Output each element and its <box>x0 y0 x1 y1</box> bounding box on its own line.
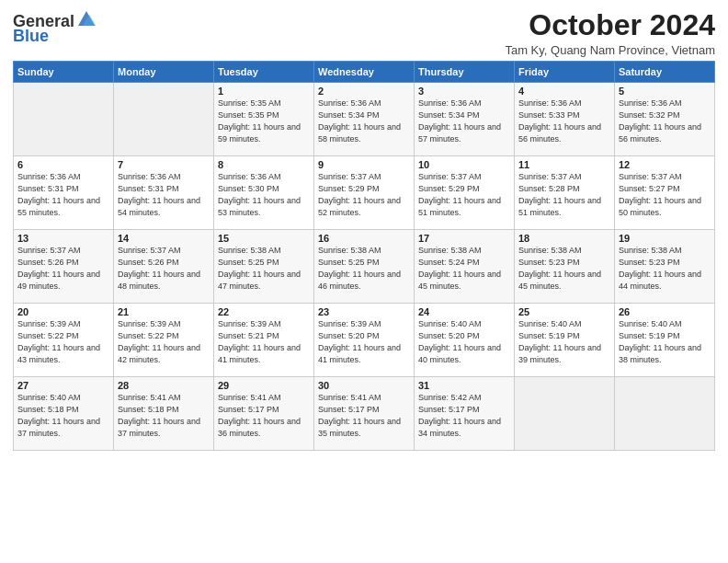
day-number: 17 <box>418 233 510 244</box>
day-number: 19 <box>619 233 711 244</box>
day-detail: Sunrise: 5:39 AM Sunset: 5:21 PM Dayligh… <box>218 318 310 366</box>
calendar-cell <box>114 83 214 156</box>
day-detail: Sunrise: 5:37 AM Sunset: 5:26 PM Dayligh… <box>118 245 210 293</box>
header-tuesday: Tuesday <box>214 62 314 83</box>
day-detail: Sunrise: 5:42 AM Sunset: 5:17 PM Dayligh… <box>418 392 510 440</box>
calendar-cell: 13Sunrise: 5:37 AM Sunset: 5:26 PM Dayli… <box>14 230 114 304</box>
calendar-cell: 11Sunrise: 5:37 AM Sunset: 5:28 PM Dayli… <box>515 156 615 230</box>
calendar-cell: 12Sunrise: 5:37 AM Sunset: 5:27 PM Dayli… <box>615 156 715 230</box>
day-number: 5 <box>619 86 711 97</box>
calendar-cell: 31Sunrise: 5:42 AM Sunset: 5:17 PM Dayli… <box>415 377 515 451</box>
calendar-cell <box>515 377 615 451</box>
day-number: 31 <box>418 380 510 391</box>
logo: General Blue <box>13 13 97 44</box>
day-detail: Sunrise: 5:36 AM Sunset: 5:33 PM Dayligh… <box>518 98 610 145</box>
day-number: 1 <box>218 86 310 97</box>
day-detail: Sunrise: 5:39 AM Sunset: 5:22 PM Dayligh… <box>17 318 109 366</box>
day-number: 25 <box>518 306 610 317</box>
day-detail: Sunrise: 5:36 AM Sunset: 5:31 PM Dayligh… <box>17 171 109 219</box>
day-detail: Sunrise: 5:36 AM Sunset: 5:30 PM Dayligh… <box>218 171 310 219</box>
day-detail: Sunrise: 5:40 AM Sunset: 5:19 PM Dayligh… <box>619 318 711 366</box>
header-row: SundayMondayTuesdayWednesdayThursdayFrid… <box>14 62 715 83</box>
calendar-table: SundayMondayTuesdayWednesdayThursdayFrid… <box>13 61 715 451</box>
calendar-cell: 21Sunrise: 5:39 AM Sunset: 5:22 PM Dayli… <box>114 304 214 377</box>
day-detail: Sunrise: 5:41 AM Sunset: 5:17 PM Dayligh… <box>218 392 310 440</box>
day-number: 23 <box>318 306 410 317</box>
day-number: 14 <box>118 233 210 244</box>
calendar-cell: 3Sunrise: 5:36 AM Sunset: 5:34 PM Daylig… <box>415 83 515 156</box>
day-detail: Sunrise: 5:37 AM Sunset: 5:26 PM Dayligh… <box>17 245 109 293</box>
calendar-cell: 18Sunrise: 5:38 AM Sunset: 5:23 PM Dayli… <box>515 230 615 304</box>
day-detail: Sunrise: 5:36 AM Sunset: 5:34 PM Dayligh… <box>318 98 410 145</box>
month-title: October 2024 <box>505 9 715 41</box>
day-number: 18 <box>518 233 610 244</box>
day-number: 20 <box>17 306 109 317</box>
calendar-cell <box>14 83 114 156</box>
day-number: 10 <box>418 159 510 170</box>
day-number: 21 <box>118 306 210 317</box>
calendar-cell: 24Sunrise: 5:40 AM Sunset: 5:20 PM Dayli… <box>415 304 515 377</box>
header-thursday: Thursday <box>415 62 515 83</box>
day-detail: Sunrise: 5:41 AM Sunset: 5:18 PM Dayligh… <box>118 392 210 440</box>
day-number: 16 <box>318 233 410 244</box>
day-detail: Sunrise: 5:37 AM Sunset: 5:27 PM Dayligh… <box>619 171 711 219</box>
week-row-0: 1Sunrise: 5:35 AM Sunset: 5:35 PM Daylig… <box>14 83 715 156</box>
day-detail: Sunrise: 5:37 AM Sunset: 5:29 PM Dayligh… <box>318 171 410 219</box>
calendar-cell: 26Sunrise: 5:40 AM Sunset: 5:19 PM Dayli… <box>615 304 715 377</box>
calendar-cell: 4Sunrise: 5:36 AM Sunset: 5:33 PM Daylig… <box>515 83 615 156</box>
location: Tam Ky, Quang Nam Province, Vietnam <box>505 43 715 57</box>
calendar-cell: 25Sunrise: 5:40 AM Sunset: 5:19 PM Dayli… <box>515 304 615 377</box>
logo-blue: Blue <box>13 28 49 44</box>
day-detail: Sunrise: 5:37 AM Sunset: 5:29 PM Dayligh… <box>418 171 510 219</box>
day-number: 11 <box>518 159 610 170</box>
day-detail: Sunrise: 5:40 AM Sunset: 5:18 PM Dayligh… <box>17 392 109 440</box>
calendar-cell: 15Sunrise: 5:38 AM Sunset: 5:25 PM Dayli… <box>214 230 314 304</box>
day-number: 29 <box>218 380 310 391</box>
day-detail: Sunrise: 5:36 AM Sunset: 5:34 PM Dayligh… <box>418 98 510 145</box>
day-number: 24 <box>418 306 510 317</box>
day-number: 2 <box>318 86 410 97</box>
week-row-3: 20Sunrise: 5:39 AM Sunset: 5:22 PM Dayli… <box>14 304 715 377</box>
logo-icon <box>76 9 97 29</box>
day-detail: Sunrise: 5:38 AM Sunset: 5:25 PM Dayligh… <box>218 245 310 293</box>
week-row-1: 6Sunrise: 5:36 AM Sunset: 5:31 PM Daylig… <box>14 156 715 230</box>
day-number: 15 <box>218 233 310 244</box>
calendar-cell: 20Sunrise: 5:39 AM Sunset: 5:22 PM Dayli… <box>14 304 114 377</box>
day-number: 12 <box>619 159 711 170</box>
calendar-cell: 17Sunrise: 5:38 AM Sunset: 5:24 PM Dayli… <box>415 230 515 304</box>
week-row-2: 13Sunrise: 5:37 AM Sunset: 5:26 PM Dayli… <box>14 230 715 304</box>
day-number: 13 <box>17 233 109 244</box>
calendar-cell: 7Sunrise: 5:36 AM Sunset: 5:31 PM Daylig… <box>114 156 214 230</box>
day-number: 6 <box>17 159 109 170</box>
day-detail: Sunrise: 5:40 AM Sunset: 5:19 PM Dayligh… <box>518 318 610 366</box>
calendar-cell: 5Sunrise: 5:36 AM Sunset: 5:32 PM Daylig… <box>615 83 715 156</box>
header-saturday: Saturday <box>615 62 715 83</box>
day-detail: Sunrise: 5:37 AM Sunset: 5:28 PM Dayligh… <box>518 171 610 219</box>
calendar-cell <box>615 377 715 451</box>
header: General Blue October 2024 Tam Ky, Quang … <box>13 9 715 57</box>
calendar-cell: 19Sunrise: 5:38 AM Sunset: 5:23 PM Dayli… <box>615 230 715 304</box>
header-friday: Friday <box>515 62 615 83</box>
calendar-cell: 10Sunrise: 5:37 AM Sunset: 5:29 PM Dayli… <box>415 156 515 230</box>
page: General Blue October 2024 Tam Ky, Quang … <box>0 0 728 563</box>
day-detail: Sunrise: 5:38 AM Sunset: 5:23 PM Dayligh… <box>518 245 610 293</box>
day-detail: Sunrise: 5:36 AM Sunset: 5:31 PM Dayligh… <box>118 171 210 219</box>
day-number: 22 <box>218 306 310 317</box>
title-block: October 2024 Tam Ky, Quang Nam Province,… <box>505 9 715 57</box>
day-detail: Sunrise: 5:35 AM Sunset: 5:35 PM Dayligh… <box>218 98 310 145</box>
day-number: 30 <box>318 380 410 391</box>
day-detail: Sunrise: 5:38 AM Sunset: 5:24 PM Dayligh… <box>418 245 510 293</box>
header-monday: Monday <box>114 62 214 83</box>
day-number: 3 <box>418 86 510 97</box>
calendar-cell: 6Sunrise: 5:36 AM Sunset: 5:31 PM Daylig… <box>14 156 114 230</box>
day-detail: Sunrise: 5:41 AM Sunset: 5:17 PM Dayligh… <box>318 392 410 440</box>
calendar-cell: 23Sunrise: 5:39 AM Sunset: 5:20 PM Dayli… <box>314 304 415 377</box>
calendar-cell: 16Sunrise: 5:38 AM Sunset: 5:25 PM Dayli… <box>314 230 415 304</box>
calendar-cell: 29Sunrise: 5:41 AM Sunset: 5:17 PM Dayli… <box>214 377 314 451</box>
day-detail: Sunrise: 5:36 AM Sunset: 5:32 PM Dayligh… <box>619 98 711 145</box>
day-number: 27 <box>17 380 109 391</box>
calendar-cell: 8Sunrise: 5:36 AM Sunset: 5:30 PM Daylig… <box>214 156 314 230</box>
day-detail: Sunrise: 5:38 AM Sunset: 5:25 PM Dayligh… <box>318 245 410 293</box>
calendar-cell: 30Sunrise: 5:41 AM Sunset: 5:17 PM Dayli… <box>314 377 415 451</box>
calendar-cell: 27Sunrise: 5:40 AM Sunset: 5:18 PM Dayli… <box>14 377 114 451</box>
